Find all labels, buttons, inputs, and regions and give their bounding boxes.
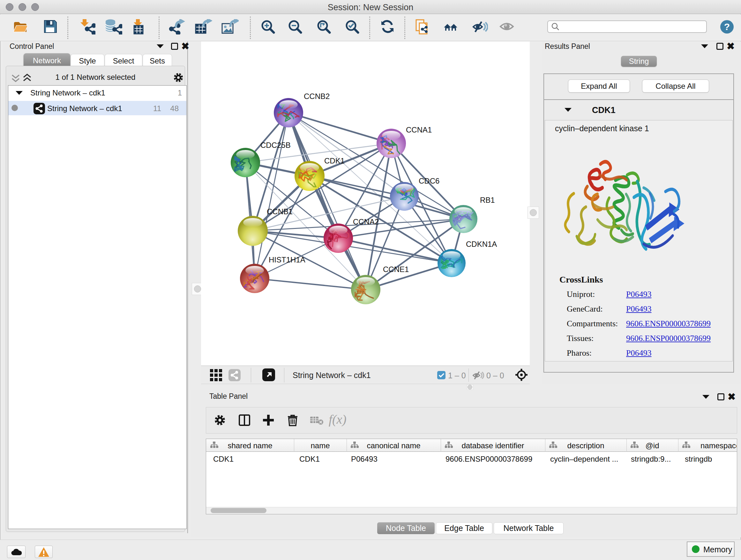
svg-text:HIST1H1A: HIST1H1A [269,255,306,264]
svg-text:CCNA1: CCNA1 [406,125,432,134]
svg-text:CDC6: CDC6 [419,177,440,185]
svg-text:CDKN1A: CDKN1A [466,240,497,248]
svg-text:CCNB2: CCNB2 [304,92,330,101]
svg-text:CDC25B: CDC25B [260,141,291,149]
svg-text:CCNE1: CCNE1 [383,265,409,273]
svg-text:CCNB1: CCNB1 [267,207,293,216]
svg-text:CCNA2: CCNA2 [353,217,379,226]
svg-text:RB1: RB1 [480,196,495,204]
svg-text:CDK1: CDK1 [324,157,345,165]
